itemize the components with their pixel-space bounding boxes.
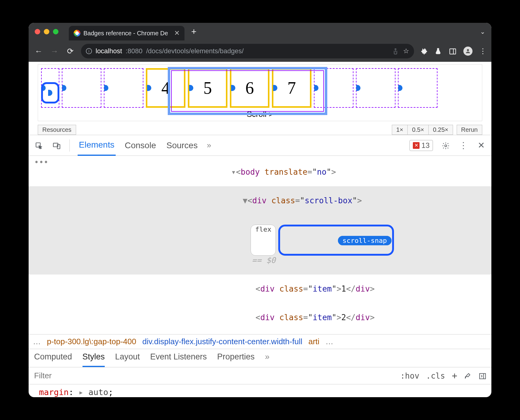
share-icon[interactable] [392,47,399,55]
subtab-properties[interactable]: Properties [217,352,255,367]
breadcrumb-seg-2[interactable]: div.display-flex.justify-content-center.… [142,337,302,346]
selected-node-marker: == $0 [252,256,276,265]
subtab-computed[interactable]: Computed [34,352,72,367]
extensions-icon[interactable] [420,47,427,56]
reload-button[interactable]: ⟳ [65,47,76,56]
svg-rect-7 [480,373,486,379]
svg-rect-0 [450,49,456,54]
settings-gear-icon[interactable] [441,141,451,150]
close-tab-icon[interactable]: ✕ [174,29,180,37]
subtab-layout[interactable]: Layout [115,352,140,367]
svg-point-6 [445,145,447,147]
styles-filter-row: :hov .cls + [29,367,491,384]
zoom-button[interactable]: 0.25× [429,125,453,135]
dom-node-item-1[interactable]: <div class="item">1</div> [29,275,491,303]
error-count-value: 13 [421,141,430,150]
devtools-tabbar: Elements Console Sources » ✕ 13 ⋮ ✕ [29,135,491,156]
breadcrumb-seg-1[interactable]: p-top-300.lg\:gap-top-400 [47,337,136,346]
site-info-icon[interactable]: i [86,48,92,54]
tab-elements[interactable]: Elements [78,135,116,156]
url-host: localhost [96,47,122,55]
snap-dot-icon [398,85,402,91]
url-input[interactable]: i localhost:8080/docs/devtools/elements/… [81,44,414,58]
scroll-item[interactable]: 7 [272,68,311,108]
scroll-item[interactable] [356,68,395,108]
zoom-button[interactable]: 1× [392,125,408,135]
browser-window: Badges reference - Chrome De ✕ + ⌄ ← → ⟳… [29,23,491,397]
tab-sources[interactable]: Sources [165,135,199,156]
demo-toolbar: Resources 1×0.5×0.25× Rerun [38,125,482,135]
close-devtools-icon[interactable]: ✕ [476,140,486,150]
rerun-button[interactable]: Rerun [457,125,482,135]
window-titlebar: Badges reference - Chrome De ✕ + ⌄ [29,23,491,40]
css-line-margin[interactable]: margin: ▸ auto; [39,386,491,397]
tabs-overflow-icon[interactable]: » [207,141,211,150]
tabs-dropdown-icon[interactable]: ⌄ [480,28,485,35]
scroll-item[interactable] [104,68,143,108]
browser-toolbar-icons: ⋮ [420,47,487,56]
window-controls [35,29,58,34]
panel-icon[interactable] [449,47,457,56]
snap-dot-icon [147,85,151,91]
scroll-item[interactable]: 4 [146,68,185,108]
url-path: /docs/devtools/elements/badges/ [146,47,244,55]
inspect-element-icon[interactable] [34,141,44,150]
forward-button[interactable]: → [49,47,60,56]
scroll-item[interactable] [62,68,101,108]
breadcrumb-right-ellipsis[interactable]: … [325,337,333,346]
breadcrumb-seg-3[interactable]: arti [308,337,319,346]
subtab-styles[interactable]: Styles [83,352,105,367]
paintbrush-icon[interactable] [464,371,472,380]
browser-tab[interactable]: Badges reference - Chrome De ✕ [69,26,184,40]
device-toolbar-icon[interactable] [52,141,61,150]
scroll-item[interactable]: 5 [188,68,227,108]
flex-badge[interactable]: flex [251,225,276,256]
dom-node-body[interactable]: ▾<body translate="no"> [29,158,491,186]
tab-console[interactable]: Console [124,135,157,156]
scroll-snap-badge[interactable]: scroll-snap [338,236,392,245]
cls-toggle[interactable]: .cls [426,371,445,380]
breadcrumb-left-ellipsis[interactable]: … [33,337,41,346]
dom-breadcrumb[interactable]: … p-top-300.lg\:gap-top-400 div.display-… [29,334,491,349]
url-port: :8080 [126,47,142,55]
error-count-badge[interactable]: ✕ 13 [409,140,433,151]
subtab-event-listeners[interactable]: Event Listeners [150,352,207,367]
dom-node-scroll-box[interactable]: ▼<div class="scroll-box"> [29,186,491,215]
snap-dot-icon [104,85,108,91]
tab-title: Badges reference - Chrome De [83,30,168,37]
svg-point-2 [467,49,469,51]
snap-dot-icon [62,85,66,91]
devtools: Elements Console Sources » ✕ 13 ⋮ ✕ ••• … [29,135,491,397]
address-bar: ← → ⟳ i localhost:8080/docs/devtools/ele… [29,40,491,62]
back-button[interactable]: ← [33,47,44,56]
scroll-hint-label: Scroll > [40,110,480,119]
zoom-buttons: 1×0.5×0.25× [392,125,453,135]
subtabs-overflow-icon[interactable]: » [265,352,269,367]
zoom-button[interactable]: 0.5× [408,125,428,135]
profile-avatar-icon[interactable] [463,47,473,56]
menu-icon[interactable]: ⋮ [479,47,487,55]
kebab-menu-icon[interactable]: ⋮ [459,140,468,150]
maximize-window-button[interactable] [53,29,58,34]
css-declarations[interactable]: margin: ▸ auto; scroll-snap-type: x mand… [29,384,491,397]
close-window-button[interactable] [35,29,40,34]
dom-node-item-2[interactable]: <div class="item">2</div> [29,303,491,332]
styles-filter-input[interactable] [33,371,394,381]
minimize-window-button[interactable] [44,29,49,34]
resources-button[interactable]: Resources [38,125,76,135]
scroll-item[interactable] [398,68,437,108]
snap-dot-icon [314,85,318,91]
bookmark-star-icon[interactable]: ☆ [403,47,409,55]
new-rule-icon[interactable]: + [452,370,457,381]
dom-tree[interactable]: ••• ▾<body translate="no"> ▼<div class="… [29,156,491,334]
labs-icon[interactable] [434,47,442,56]
chrome-favicon-icon [74,30,80,37]
scroll-item[interactable] [314,68,353,108]
scroll-item[interactable]: 6 [230,68,269,108]
new-tab-button[interactable]: + [191,26,197,37]
dom-badges-row: flex scroll-snap == $0 [29,215,491,275]
scroll-container[interactable]: 4567 [40,68,480,108]
hov-toggle[interactable]: :hov [400,371,420,380]
toggle-sidebar-icon[interactable] [479,371,487,380]
snap-dot-icon [189,85,193,91]
